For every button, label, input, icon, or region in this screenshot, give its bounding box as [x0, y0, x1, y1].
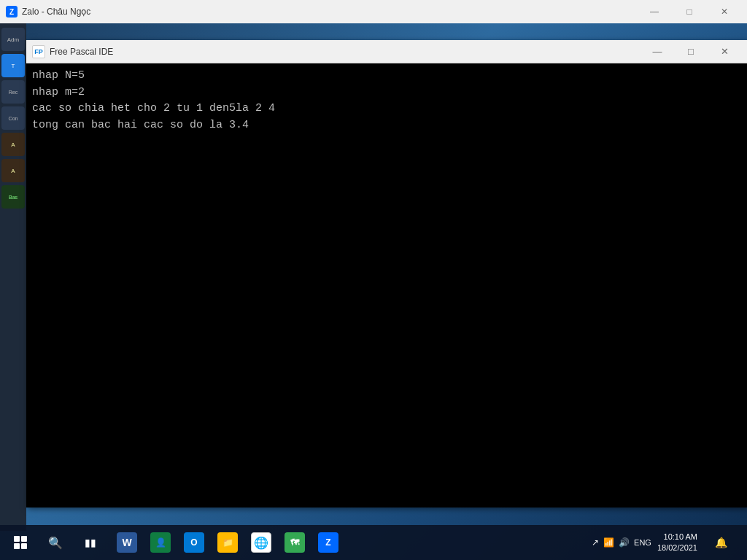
zalo-taskbar-icon: Z [318, 532, 338, 553]
system-icons: ↗ 📶 🔊 ENG [592, 537, 651, 548]
sidebar-item-adm[interactable]: Adm [1, 28, 25, 51]
sidebar-item-bas[interactable]: Bas [1, 185, 25, 209]
task-view-button[interactable]: ▮▮ [73, 525, 108, 560]
clock-date: 18/02/2021 [657, 542, 697, 553]
zalo-window-titlebar: Z Zalo - Châu Ngọc — □ ✕ [0, 0, 747, 23]
volume-icon: 🔊 [619, 537, 630, 548]
pascal-ide-window: FP Free Pascal IDE — □ ✕ nhap N=5 nhap m… [26, 40, 747, 508]
zalo-window-controls: — □ ✕ [638, 0, 741, 23]
taskbar-search-button[interactable]: 🔍 [38, 525, 73, 560]
language-label[interactable]: ENG [634, 538, 651, 547]
sidebar-item-app2[interactable]: A [1, 159, 25, 182]
terminal-line-2: nhap m=2 [32, 85, 741, 101]
taskbar-app-contacts[interactable]: 👤 [144, 528, 177, 557]
maps-icon: 🗺 [285, 532, 305, 553]
chrome-icon: 🌐 [251, 532, 271, 553]
notification-icon: 🔔 [715, 537, 727, 548]
sidebar-t-label: T [12, 63, 15, 69]
windows-logo-icon [14, 536, 27, 549]
taskbar-app-chrome[interactable]: 🌐 [245, 528, 277, 557]
network-icon: ↗ [592, 537, 599, 548]
sidebar-item-t[interactable]: T [1, 54, 25, 77]
sidebar-con-label: Con [9, 116, 18, 121]
wifi-icon: 📶 [603, 537, 614, 548]
taskbar-app-word[interactable]: W [111, 528, 143, 557]
pascal-app-icon: FP [32, 45, 45, 58]
sidebar-app1-icon: A [11, 141, 15, 148]
start-button[interactable] [3, 525, 38, 560]
taskbar-clock[interactable]: 10:10 AM 18/02/2021 [657, 532, 697, 554]
taskbar-system-tray: ↗ 📶 🔊 ENG 10:10 AM 18/02/2021 🔔 [592, 525, 744, 560]
sidebar-item-rec[interactable]: Rec [1, 80, 25, 104]
word-icon: W [117, 532, 137, 553]
zalo-maximize-button[interactable]: □ [673, 0, 706, 23]
sidebar-adm-label: Adm [7, 36, 19, 43]
pascal-titlebar: FP Free Pascal IDE — □ ✕ [26, 40, 747, 63]
task-view-icon: ▮▮ [85, 537, 96, 548]
clock-time: 10:10 AM [657, 532, 697, 542]
pascal-terminal[interactable]: nhap N=5 nhap m=2 cac so chia het cho 2 … [26, 63, 747, 508]
sidebar-item-con[interactable]: Con [1, 106, 25, 130]
file-explorer-icon: 📁 [217, 532, 238, 553]
notification-button[interactable]: 🔔 [703, 525, 738, 560]
search-icon: 🔍 [48, 536, 63, 550]
sidebar-item-app1[interactable]: A [1, 133, 25, 156]
zalo-minimize-button[interactable]: — [638, 0, 671, 23]
sidebar-app2-icon: A [11, 168, 15, 174]
desktop: Z Zalo - Châu Ngọc — □ ✕ Adm T Rec Con A… [0, 0, 747, 560]
pascal-window-controls: — □ ✕ [640, 40, 741, 63]
sidebar-bas-label: Bas [9, 195, 18, 200]
taskbar-app-files[interactable]: 📁 [212, 528, 244, 557]
taskbar-apps: W 👤 O 📁 [108, 528, 592, 557]
pascal-close-button[interactable]: ✕ [708, 40, 741, 63]
outlook-icon: O [184, 532, 204, 553]
contacts-icon: 👤 [150, 532, 171, 553]
terminal-line-3: cac so chia het cho 2 tu 1 den5la 2 4 [32, 101, 741, 117]
terminal-line-1: nhap N=5 [32, 68, 741, 85]
left-sidebar: Adm T Rec Con A A Bas [0, 23, 26, 531]
sidebar-rec-label: Rec [9, 90, 18, 95]
zalo-close-button[interactable]: ✕ [708, 0, 741, 23]
zalo-window-icon: Z [6, 6, 18, 18]
terminal-line-4: tong can bac hai cac so do la 3.4 [32, 117, 741, 134]
taskbar-app-zalo[interactable]: Z [312, 528, 344, 557]
pascal-maximize-button[interactable]: □ [674, 40, 708, 63]
zalo-window-title: Zalo - Châu Ngọc [22, 7, 638, 17]
pascal-title-text: Free Pascal IDE [50, 47, 640, 57]
taskbar-app-maps[interactable]: 🗺 [279, 528, 311, 557]
taskbar-app-outlook[interactable]: O [178, 528, 210, 557]
pascal-minimize-button[interactable]: — [640, 40, 674, 63]
taskbar: 🔍 ▮▮ W 👤 O [0, 525, 747, 560]
